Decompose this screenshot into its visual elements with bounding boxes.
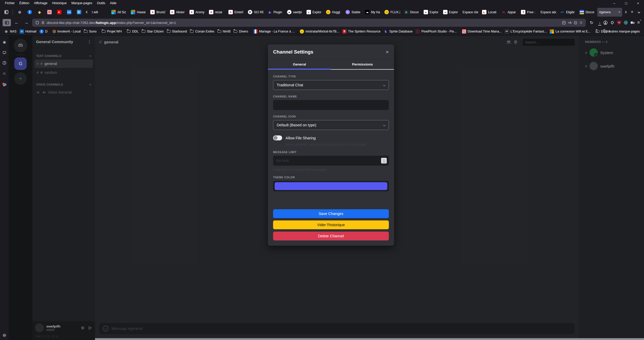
reload-button[interactable]: ↻ <box>587 19 596 26</box>
modal-tab[interactable]: General <box>268 59 331 70</box>
browser-tab[interactable]: Eligibi × <box>558 8 578 17</box>
translate-icon[interactable]: ×A <box>568 21 572 24</box>
maximize-button[interactable]: □ <box>620 0 632 6</box>
pinned-tab[interactable] <box>44 8 54 17</box>
other-bookmarks[interactable]: Autres marque-pages <box>602 29 641 34</box>
file-sharing-toggle[interactable] <box>273 135 282 140</box>
browser-tab[interactable]: Alister × <box>168 8 187 17</box>
lock-icon[interactable] <box>41 21 45 24</box>
forward-button[interactable]: → <box>22 19 31 26</box>
browser-tab[interactable]: My Ha × <box>363 8 382 17</box>
bookmark-item[interactable]: html5 <box>216 29 232 34</box>
bookmark-item[interactable]: PixelPlush Studio - Pix... <box>414 29 458 34</box>
menu-item[interactable]: Affichage <box>32 1 50 5</box>
browser-tab[interactable]: swefpi × <box>285 8 304 17</box>
menu-hamburger-icon[interactable]: ≡ <box>637 20 640 25</box>
modal-close-icon[interactable]: × <box>386 49 389 55</box>
browser-tab[interactable]: Discor × <box>578 8 597 17</box>
bookmark-item[interactable]: InvokeAI - Local <box>51 29 82 34</box>
browser-tab[interactable]: Bruni2 × <box>148 8 168 17</box>
scroll-tabs-left-button[interactable] <box>84 8 90 16</box>
bookmark-item[interactable]: Sprite Database <box>382 29 414 34</box>
browser-tab[interactable]: Emie0 × <box>227 8 246 17</box>
bookmark-item[interactable]: Projet WH <box>100 29 123 34</box>
account-icon[interactable] <box>603 21 608 25</box>
browser-tab[interactable]: SCI RE × <box>246 8 265 17</box>
browser-tab[interactable]: All Siz × <box>110 8 129 17</box>
history-clock-icon[interactable] <box>2 61 6 65</box>
bookmark-item[interactable]: Conan Exiles <box>188 29 216 34</box>
tab-close-icon[interactable]: × <box>618 10 620 14</box>
menu-item[interactable]: Aide <box>108 1 119 5</box>
new-tab-button[interactable]: + <box>628 8 636 16</box>
bookmark-item[interactable]: Hotmail <box>18 29 38 34</box>
browser-tab[interactable]: Hawai × <box>129 8 148 17</box>
browser-tab[interactable]: niciar × <box>207 8 226 17</box>
pinned-tab[interactable] <box>35 8 44 17</box>
browser-tab[interactable]: FLUX.2 × <box>383 8 402 17</box>
pinned-tab[interactable] <box>25 8 35 17</box>
close-button[interactable]: × <box>632 0 644 6</box>
menu-item[interactable]: Édition <box>17 1 32 5</box>
back-button[interactable]: ← <box>12 19 21 26</box>
browser-tab[interactable]: Espace clie × <box>461 8 480 17</box>
robot-extension-icon[interactable]: oo <box>624 21 628 25</box>
channel-name-input[interactable] <box>273 100 389 110</box>
bookmark-item[interactable]: L'Encyclopédie Fantast... <box>503 29 548 34</box>
minimize-button[interactable]: – <box>608 0 620 6</box>
menu-item[interactable]: Historique <box>50 1 69 5</box>
bookmarks-star-icon[interactable]: ☆ <box>3 71 6 76</box>
sidebar-settings-gear-icon[interactable] <box>2 333 6 337</box>
pinned-tab[interactable] <box>64 8 74 17</box>
bookmark-item[interactable]: Suno <box>82 29 98 34</box>
bookmark-item[interactable]: Divers <box>232 29 249 34</box>
bookmark-star-icon[interactable]: ☆ <box>579 20 583 25</box>
scroll-tabs-right-button[interactable] <box>622 8 628 16</box>
browser-tab[interactable]: Explor × <box>305 8 324 17</box>
delete-channel-button[interactable]: Delete Channel <box>273 232 389 240</box>
bookmark-item[interactable]: NAS <box>3 29 18 34</box>
url-bar[interactable]: discord-like-php-chat-7262.dev.flatlogic… <box>32 19 586 27</box>
translate-page-icon[interactable]: A <box>574 21 577 25</box>
pinned-tab[interactable] <box>54 8 64 17</box>
bookmark-item[interactable]: Starbound <box>165 29 189 34</box>
browser-tab[interactable]: #genera × <box>597 8 622 17</box>
browser-tab[interactable]: Appar × <box>500 8 519 17</box>
ublock-extension-icon[interactable]: U0 <box>617 21 621 25</box>
theme-color-swatch[interactable] <box>275 182 387 190</box>
browser-tab[interactable]: t will × <box>90 8 109 17</box>
number-spinner[interactable] <box>381 158 387 164</box>
clear-history-button[interactable]: Vider l'historique <box>273 220 389 229</box>
theme-color-picker[interactable] <box>273 181 389 191</box>
ai-chat-icon[interactable] <box>2 40 6 44</box>
extensions-puzzle-icon[interactable] <box>610 21 614 25</box>
browser-tab[interactable]: Espace abo × <box>539 8 558 17</box>
firefox-view-button[interactable] <box>2 8 10 16</box>
bookmark-item[interactable]: DDL <box>125 29 140 34</box>
browser-tab[interactable]: Huggi × <box>324 8 343 17</box>
modal-tab[interactable]: Permissions <box>331 59 394 70</box>
horizontal-scrollbar[interactable] <box>95 338 644 340</box>
menu-item[interactable]: Outils <box>95 1 108 5</box>
bookmark-item[interactable]: mistralai/Mixtral-8x7B... <box>298 29 341 34</box>
bookmark-item[interactable]: Download Time Mana... <box>460 29 503 34</box>
save-changes-button[interactable]: Save Changes <box>273 209 389 218</box>
shield-icon[interactable] <box>35 21 39 25</box>
sidebar-toggle-button[interactable] <box>3 19 11 26</box>
downloads-icon[interactable]: ↓ <box>599 21 601 25</box>
browser-tab[interactable]: Aromy × <box>188 8 207 17</box>
bookmark-item[interactable]: D <box>38 29 49 34</box>
channel-icon-select[interactable]: Default (Based on type) <box>273 120 389 130</box>
bookmark-item[interactable]: Star Citizen <box>140 29 165 34</box>
channel-type-select[interactable]: Traditional Chat <box>273 80 389 90</box>
bookmark-item[interactable]: La connexion Wifi et E... <box>548 29 592 34</box>
message-limit-input[interactable] <box>273 156 389 166</box>
gray-extension-icon[interactable] <box>631 21 635 25</box>
browser-tab[interactable]: Explor × <box>422 8 441 17</box>
list-all-tabs-button[interactable] <box>636 8 642 16</box>
colorful-chat-icon[interactable] <box>2 82 6 86</box>
browser-tab[interactable]: Explor × <box>441 8 460 17</box>
browser-tab[interactable]: Plugin × <box>266 8 285 17</box>
menu-item[interactable]: Marque-pages <box>69 1 95 5</box>
browser-tab[interactable]: Stable × <box>344 8 363 17</box>
